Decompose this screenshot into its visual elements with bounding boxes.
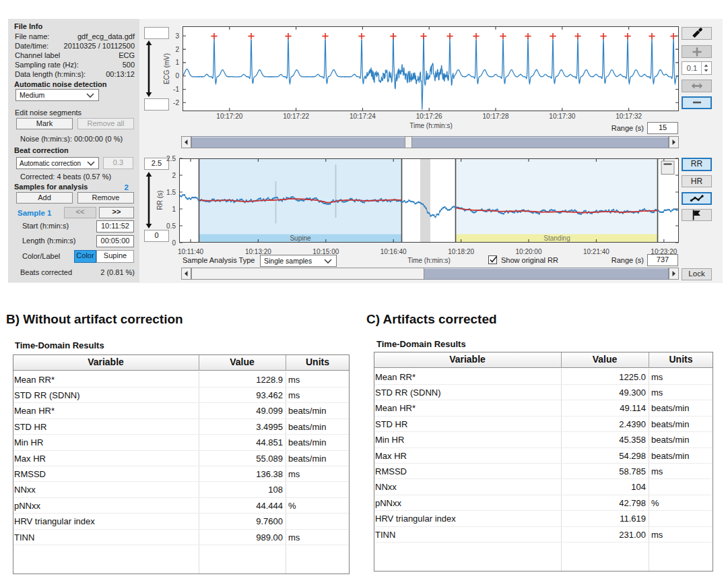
svg-text:1: 1 [175,59,179,66]
svg-text:2.5: 2.5 [166,155,176,162]
svg-text:3: 3 [175,32,179,40]
svg-text:10:17:30: 10:17:30 [549,113,575,120]
svg-text:Time (h:min:s): Time (h:min:s) [407,257,451,264]
svg-text:10:17:24: 10:17:24 [350,113,376,120]
svg-text:1: 1 [172,206,176,213]
svg-text:1.5: 1.5 [166,189,176,196]
svg-text:0: 0 [172,239,176,247]
svg-text:10:16:40: 10:16:40 [380,248,407,255]
svg-text:10:11:40: 10:11:40 [178,248,204,255]
svg-text:-2: -2 [173,99,179,106]
svg-text:10:15:00: 10:15:00 [312,248,339,255]
svg-text:10:17:28: 10:17:28 [483,113,509,120]
svg-text:Supine: Supine [290,235,311,242]
svg-text:2: 2 [172,172,176,179]
svg-text:10:23:20: 10:23:20 [651,248,677,255]
svg-text:-1: -1 [173,86,179,93]
svg-text:10:21:40: 10:21:40 [583,248,609,255]
svg-text:Standing: Standing [543,235,570,242]
svg-text:10:18:20: 10:18:20 [448,248,474,255]
svg-text:10:17:32: 10:17:32 [616,113,642,120]
svg-text:10:17:22: 10:17:22 [283,113,309,120]
svg-text:10:13:20: 10:13:20 [245,248,271,255]
svg-text:0.5: 0.5 [166,222,176,230]
svg-text:10:17:20: 10:17:20 [216,113,242,120]
svg-text:Time (h:min:s): Time (h:min:s) [409,122,453,129]
svg-text:RR (s): RR (s) [156,191,164,210]
svg-text:10:17:26: 10:17:26 [416,113,442,120]
svg-text:0: 0 [175,72,179,80]
svg-text:ECG (mV): ECG (mV) [163,53,170,84]
svg-text:10:20:00: 10:20:00 [516,248,542,255]
svg-text:2: 2 [175,46,179,53]
